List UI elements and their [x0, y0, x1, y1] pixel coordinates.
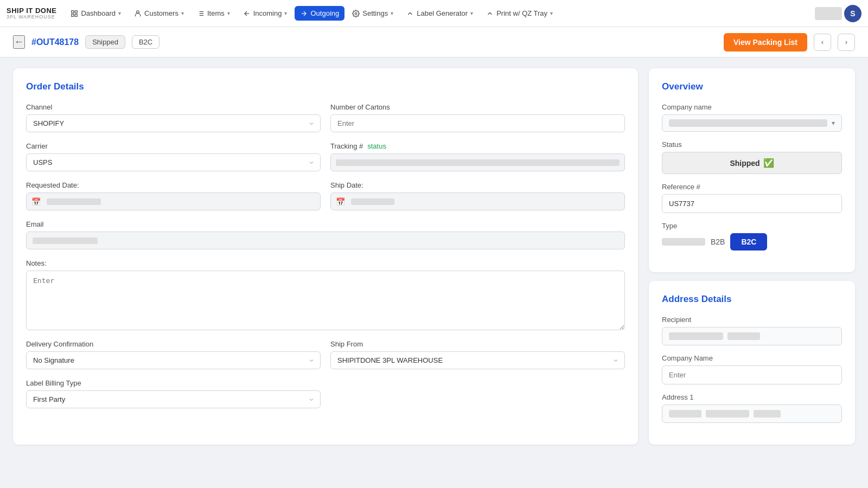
nav-label-label-generator: Label Generator: [417, 9, 468, 17]
check-icon: ✅: [763, 158, 774, 168]
label-billing-spacer: [330, 379, 625, 408]
email-group: Email: [26, 220, 625, 249]
delivery-confirm-select[interactable]: No Signature Signature Required: [26, 351, 321, 369]
calendar-icon: 📅: [31, 197, 41, 206]
nav-label-print-qz: Print w/ QZ Tray: [496, 9, 547, 17]
email-input-wrap: [26, 232, 625, 249]
requested-date-wrap: 📅: [26, 192, 321, 210]
ship-date-label: Ship Date:: [330, 181, 625, 189]
reference-input[interactable]: [662, 194, 842, 213]
nav-item-customers[interactable]: Customers ▾: [129, 6, 189, 21]
main-nav: SHIP IT DONE 3PL WAREHOUSE Dashboard ▾ C…: [0, 0, 868, 27]
svg-rect-3: [75, 14, 78, 16]
address1-blurred-2: [706, 410, 749, 418]
ship-date-input[interactable]: [330, 192, 625, 210]
channel-group: Channel SHOPIFY AMAZON MANUAL: [26, 103, 321, 132]
channel-label: Channel: [26, 103, 321, 111]
nav-item-outgoing[interactable]: Outgoing: [295, 6, 344, 21]
tracking-input[interactable]: [330, 153, 625, 171]
status-row: Status Shipped ✅: [662, 140, 842, 174]
logo-subtitle: 3PL WAREHOUSE: [7, 14, 56, 20]
cartons-label: Number of Cartons: [330, 103, 625, 111]
order-id: #OUT48178: [31, 37, 79, 47]
ship-from-label: Ship From: [330, 340, 625, 348]
status-link[interactable]: status: [367, 142, 386, 150]
address1-blurred-wrap: [662, 404, 842, 423]
ship-date-wrap: 📅: [330, 192, 625, 210]
chevron-down-icon: ▾: [391, 10, 393, 16]
prev-order-button[interactable]: ‹: [814, 34, 831, 51]
overview-title: Overview: [662, 81, 842, 92]
dates-row: Requested Date: 📅 Ship Date: 📅: [26, 181, 625, 210]
list-icon: [197, 10, 205, 17]
chevron-down-icon: ▾: [181, 10, 184, 16]
chevron-down-icon: ▾: [832, 119, 835, 127]
chevron-down-icon: ▾: [227, 10, 230, 16]
type-badge: B2C: [132, 35, 159, 49]
grid-icon: [71, 10, 78, 17]
back-button[interactable]: ←: [13, 35, 25, 49]
nav-label-incoming: Incoming: [253, 9, 282, 17]
company-name-blurred: [669, 119, 827, 127]
address1-blurred-1: [669, 410, 701, 418]
recipient-row: Recipient: [662, 316, 842, 345]
avatar[interactable]: S: [844, 5, 861, 22]
label-billing-label: Label Billing Type: [26, 379, 321, 387]
nav-item-settings[interactable]: Settings ▾: [347, 6, 399, 21]
nav-item-label-generator[interactable]: Label Generator ▾: [401, 6, 478, 21]
svg-point-13: [355, 12, 357, 15]
svg-rect-2: [72, 14, 74, 16]
carrier-label: Carrier: [26, 142, 321, 150]
chevron-down-icon: ▾: [550, 10, 553, 16]
nav-item-dashboard[interactable]: Dashboard ▾: [65, 6, 126, 21]
requested-date-group: Requested Date: 📅: [26, 181, 321, 210]
notes-label: Notes:: [26, 259, 625, 267]
nav-label-dashboard: Dashboard: [81, 9, 116, 17]
nav-item-incoming[interactable]: Incoming ▾: [238, 6, 293, 21]
chevron-down-icon: ▾: [118, 10, 121, 16]
gear-icon: [352, 10, 360, 17]
svg-point-4: [137, 10, 139, 13]
label-billing-row: Label Billing Type First Party Third Par…: [26, 379, 625, 408]
company-name-select[interactable]: ▾: [662, 114, 842, 132]
address1-blurred-3: [754, 410, 781, 418]
next-order-button[interactable]: ›: [838, 34, 855, 51]
recipient-blurred-1: [669, 332, 723, 340]
notes-textarea[interactable]: [26, 271, 625, 330]
carrier-group: Carrier USPS UPS FedEx DHL: [26, 142, 321, 171]
type-label: Type: [662, 222, 842, 230]
b2c-button[interactable]: B2C: [730, 233, 767, 251]
email-label: Email: [26, 220, 625, 228]
reference-row: Reference #: [662, 183, 842, 213]
svg-rect-0: [72, 10, 74, 12]
ship-from-group: Ship From SHIPITDONE 3PL WAREHOUSE: [330, 340, 625, 369]
channel-cartons-row: Channel SHOPIFY AMAZON MANUAL Number of …: [26, 103, 625, 132]
tracking-label: Tracking #: [330, 142, 363, 150]
delivery-shipfrom-row: Delivery Confirmation No Signature Signa…: [26, 340, 625, 369]
cartons-input[interactable]: [330, 114, 625, 132]
nav-item-print-qz[interactable]: Print w/ QZ Tray ▾: [481, 6, 558, 21]
subheader: ← #OUT48178 Shipped B2C View Packing Lis…: [0, 27, 868, 57]
nav-user-blurred: [815, 7, 842, 20]
carrier-select[interactable]: USPS UPS FedEx DHL: [26, 153, 321, 171]
address-company-input[interactable]: [662, 365, 842, 384]
shipped-status-button[interactable]: Shipped ✅: [662, 152, 842, 174]
cartons-group: Number of Cartons: [330, 103, 625, 132]
nav-item-items[interactable]: Items ▾: [192, 6, 235, 21]
channel-select[interactable]: SHOPIFY AMAZON MANUAL: [26, 114, 321, 132]
label-billing-select[interactable]: First Party Third Party: [26, 390, 321, 408]
company-name-label: Company name: [662, 103, 842, 111]
type-row: Type B2B B2C: [662, 222, 842, 251]
order-details-title: Order Details: [26, 81, 625, 92]
ship-from-select[interactable]: SHIPITDONE 3PL WAREHOUSE: [330, 351, 625, 369]
nav-label-items: Items: [207, 9, 225, 17]
carrier-tracking-row: Carrier USPS UPS FedEx DHL Tracking # st…: [26, 142, 625, 171]
overview-panel: Overview Company name ▾ Status Shipped ✅: [649, 68, 855, 272]
email-input[interactable]: [26, 232, 625, 249]
tracking-input-wrap: [330, 153, 625, 171]
requested-date-input[interactable]: [26, 192, 321, 210]
arrow-left-icon: [243, 10, 251, 17]
notes-group: Notes:: [26, 259, 625, 330]
label-billing-group: Label Billing Type First Party Third Par…: [26, 379, 321, 408]
view-packing-button[interactable]: View Packing List: [724, 33, 807, 52]
